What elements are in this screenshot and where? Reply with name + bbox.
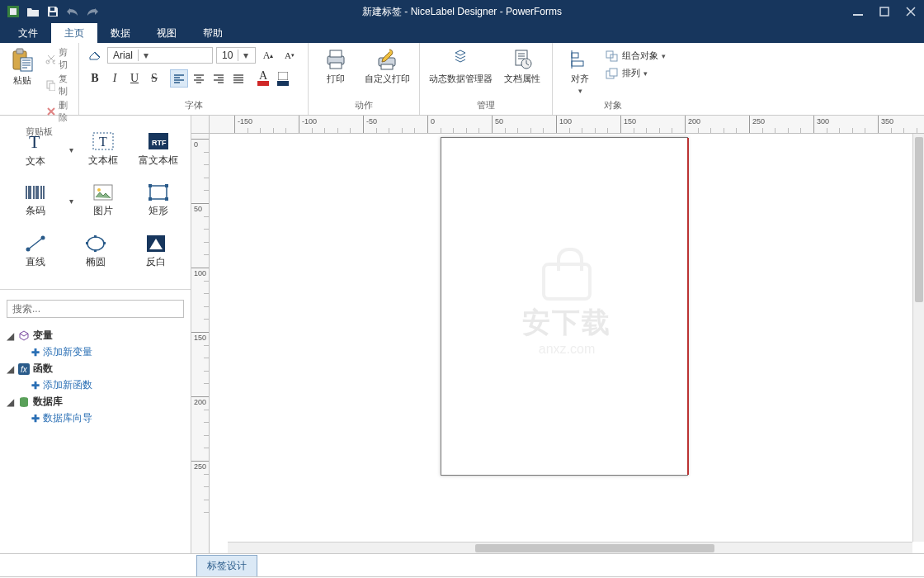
strikethrough-button[interactable]: S bbox=[145, 69, 163, 88]
ruler-corner bbox=[191, 116, 210, 134]
ribbon-group-clipboard: 粘贴 剪切 复制 删除 剪贴板 bbox=[0, 43, 79, 115]
tree-functions[interactable]: ◢fx函数 bbox=[7, 359, 184, 378]
tool-ellipse[interactable]: 椭圆 bbox=[65, 226, 125, 277]
tree-add-function[interactable]: ✚添加新函数 bbox=[7, 378, 184, 392]
scrollbar-thumb[interactable] bbox=[475, 544, 714, 552]
copy-button[interactable]: 复制 bbox=[45, 73, 74, 97]
tool-text[interactable]: T文本 bbox=[5, 124, 66, 175]
align-right-button[interactable] bbox=[210, 69, 228, 88]
cut-button[interactable]: 剪切 bbox=[45, 46, 74, 71]
tool-line[interactable]: 直线 bbox=[5, 226, 65, 277]
tree-db-wizard[interactable]: ✚数据库向导 bbox=[7, 411, 184, 425]
svg-rect-13 bbox=[278, 72, 288, 80]
scrollbar-thumb[interactable] bbox=[915, 137, 923, 302]
shrink-font-button[interactable]: A▾ bbox=[280, 46, 299, 64]
undo-icon[interactable] bbox=[66, 5, 79, 18]
ribbon-group-action: 打印 自定义打印 动作 bbox=[309, 43, 420, 115]
save-icon[interactable] bbox=[46, 5, 59, 18]
svg-rect-45 bbox=[94, 249, 97, 252]
menu-view[interactable]: 视图 bbox=[144, 23, 190, 43]
svg-point-33 bbox=[97, 188, 101, 192]
ribbon-group-font: Arial▾ 10▾ A▴ A▾ B I U S A 字体 bbox=[79, 43, 309, 115]
paste-button[interactable]: 粘贴 bbox=[4, 46, 40, 87]
tool-rectangle[interactable]: 矩形 bbox=[131, 175, 186, 226]
font-size-combo[interactable]: 10▾ bbox=[216, 47, 256, 64]
horizontal-scrollbar[interactable] bbox=[228, 542, 912, 553]
arrange-button[interactable]: 排列▾ bbox=[606, 67, 666, 79]
tree-variables[interactable]: ◢变量 bbox=[7, 326, 184, 345]
close-button[interactable] bbox=[898, 0, 924, 23]
open-folder-icon[interactable] bbox=[26, 5, 40, 18]
svg-rect-2 bbox=[50, 7, 54, 11]
svg-rect-16 bbox=[330, 63, 342, 69]
font-group-label: 字体 bbox=[185, 97, 203, 115]
menu-file[interactable]: 文件 bbox=[5, 23, 51, 43]
svg-point-39 bbox=[26, 247, 30, 251]
fill-color-button[interactable] bbox=[274, 69, 292, 88]
group-objects-button[interactable]: 组合对象▾ bbox=[606, 50, 666, 62]
doc-properties-button[interactable]: 文档属性 bbox=[499, 46, 545, 85]
tree-databases[interactable]: ◢数据库 bbox=[7, 392, 184, 411]
ribbon: 粘贴 剪切 复制 删除 剪贴板 Arial▾ 10▾ A▴ A▾ B I U bbox=[0, 43, 924, 116]
minimize-button[interactable] bbox=[845, 0, 871, 23]
svg-rect-8 bbox=[21, 58, 32, 71]
svg-rect-5 bbox=[880, 7, 889, 16]
tool-grid: T文本▾ T文本框 RTF富文本框 条码▾ 图片 矩形 直线 椭圆 反白 bbox=[0, 116, 191, 286]
justify-button[interactable] bbox=[229, 69, 248, 88]
canvas-area: -150-100-50050100150200250300350 0501001… bbox=[191, 116, 924, 553]
align-left-button[interactable] bbox=[170, 69, 188, 88]
clear-format-button[interactable] bbox=[86, 46, 104, 64]
search-box bbox=[7, 300, 184, 318]
svg-rect-44 bbox=[94, 235, 97, 238]
menu-help[interactable]: 帮助 bbox=[190, 23, 236, 43]
svg-rect-7 bbox=[16, 49, 23, 54]
title-bar: 新建标签 - NiceLabel Designer - PowerForms bbox=[0, 0, 924, 23]
svg-text:T: T bbox=[29, 131, 40, 151]
ruler-horizontal: -150-100-50050100150200250300350 bbox=[210, 116, 924, 134]
underline-button[interactable]: U bbox=[125, 69, 144, 88]
svg-rect-42 bbox=[86, 242, 88, 244]
tool-barcode[interactable]: 条码 bbox=[5, 175, 66, 226]
tool-richtextbox[interactable]: RTF富文本框 bbox=[131, 124, 186, 175]
search-input[interactable] bbox=[7, 300, 184, 318]
svg-rect-37 bbox=[148, 197, 152, 201]
toolbox-divider bbox=[0, 289, 191, 290]
tool-textbox[interactable]: T文本框 bbox=[76, 124, 131, 175]
chevron-down-icon[interactable]: ▾ bbox=[66, 175, 76, 226]
font-color-button[interactable]: A bbox=[254, 69, 272, 88]
italic-button[interactable]: I bbox=[106, 69, 124, 88]
svg-rect-22 bbox=[572, 61, 583, 66]
svg-rect-12 bbox=[50, 83, 55, 91]
bold-button[interactable]: B bbox=[86, 69, 104, 88]
align-center-button[interactable] bbox=[190, 69, 208, 88]
paste-label: 粘贴 bbox=[13, 74, 31, 87]
svg-rect-36 bbox=[165, 184, 168, 187]
design-canvas[interactable]: 安下载 anxz.com bbox=[210, 134, 924, 553]
grow-font-button[interactable]: A▴ bbox=[259, 46, 277, 64]
custom-print-button[interactable]: 自定义打印 bbox=[361, 46, 412, 85]
print-button[interactable]: 打印 bbox=[315, 46, 356, 85]
tab-label-design[interactable]: 标签设计 bbox=[196, 555, 257, 576]
tree-add-variable[interactable]: ✚添加新变量 bbox=[7, 345, 184, 359]
menu-data[interactable]: 数据 bbox=[97, 23, 144, 43]
bottom-tab-strip: 标签设计 bbox=[0, 553, 924, 576]
data-tree: ◢变量 ✚添加新变量 ◢fx函数 ✚添加新函数 ◢数据库 ✚数据库向导 bbox=[0, 325, 191, 432]
chevron-down-icon[interactable]: ▾ bbox=[238, 50, 249, 61]
align-button[interactable]: 对齐 ▾ bbox=[559, 46, 601, 95]
clipboard-small-buttons: 剪切 复制 删除 bbox=[45, 46, 74, 124]
maximize-button[interactable] bbox=[871, 0, 898, 23]
menu-home[interactable]: 主页 bbox=[51, 23, 97, 43]
tool-inverse[interactable]: 反白 bbox=[125, 226, 186, 277]
vertical-scrollbar[interactable] bbox=[912, 134, 924, 542]
svg-rect-18 bbox=[381, 64, 393, 69]
label-page[interactable] bbox=[441, 137, 688, 476]
menu-bar: 文件 主页 数据 视图 帮助 bbox=[0, 23, 924, 43]
data-manager-button[interactable]: 动态数据管理器 bbox=[427, 46, 494, 85]
font-name-combo[interactable]: Arial▾ bbox=[107, 47, 213, 64]
chevron-down-icon[interactable]: ▾ bbox=[66, 124, 76, 175]
tool-image[interactable]: 图片 bbox=[76, 175, 131, 226]
redo-icon[interactable] bbox=[86, 5, 99, 18]
svg-rect-1 bbox=[10, 8, 16, 15]
chevron-down-icon[interactable]: ▾ bbox=[138, 50, 149, 61]
svg-text:RTF: RTF bbox=[152, 139, 167, 147]
